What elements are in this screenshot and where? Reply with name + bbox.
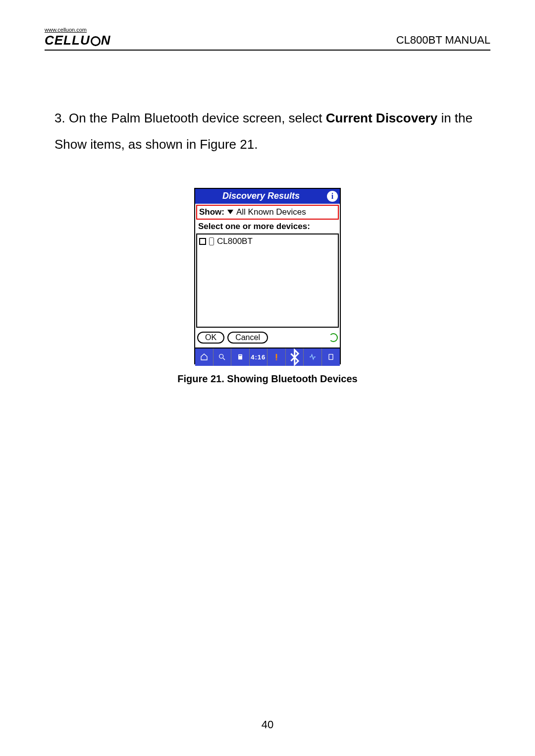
brand-url: www.celluon.com [45, 27, 110, 33]
cancel-button-label: Cancel [235, 333, 260, 342]
palm-button-row: OK Cancel [195, 328, 340, 348]
device-row[interactable]: CL800BT [199, 236, 336, 246]
palm-system-bar: 4:16 [195, 348, 340, 363]
instruction-text: 3. On the Palm Bluetooth device screen, … [54, 105, 481, 158]
svg-rect-5 [275, 359, 277, 360]
search-icon[interactable] [214, 349, 232, 366]
chevron-down-icon [227, 210, 233, 214]
bluetooth-icon[interactable] [286, 349, 304, 366]
instruction-bold: Current Discovery [326, 111, 437, 125]
palm-title-bar: Discovery Results i [195, 189, 340, 204]
show-value: All Known Devices [236, 207, 306, 217]
svg-rect-2 [238, 354, 242, 360]
ok-button[interactable]: OK [197, 332, 224, 344]
home-icon[interactable] [195, 349, 214, 366]
brand-ring-icon [91, 36, 101, 46]
svg-rect-6 [329, 354, 333, 360]
instruction-prefix: 3. On the Palm Bluetooth device screen, … [54, 111, 326, 125]
palm-title-text: Discovery Results [195, 191, 327, 201]
brand-logo: www.celluon.com CELLU N [45, 27, 110, 47]
system-time[interactable]: 4:16 [250, 349, 268, 366]
device-checkbox[interactable] [199, 238, 206, 245]
brand-text-right: N [101, 34, 111, 47]
svg-line-1 [223, 358, 225, 360]
cancel-button[interactable]: Cancel [227, 332, 268, 344]
svg-rect-4 [275, 354, 277, 358]
device-type-icon [209, 237, 214, 245]
select-devices-label: Select one or more devices: [195, 221, 340, 233]
ok-button-label: OK [205, 333, 216, 342]
page-number: 40 [0, 718, 535, 731]
device-name: CL800BT [217, 236, 253, 246]
refresh-icon[interactable] [329, 333, 338, 342]
page-header: www.celluon.com CELLU N CL800BT MANUAL [45, 27, 490, 51]
show-label: Show: [199, 207, 224, 217]
card-icon[interactable] [322, 349, 340, 366]
info-icon[interactable]: i [327, 191, 338, 202]
brand-text-left: CELLU [45, 34, 90, 47]
device-list[interactable]: CL800BT [196, 233, 339, 328]
brand-wordmark: CELLU N [45, 34, 110, 47]
activity-icon[interactable] [304, 349, 322, 366]
menu-icon[interactable] [231, 349, 250, 366]
alert-icon[interactable] [268, 349, 286, 366]
manual-title: CL800BT MANUAL [396, 34, 490, 47]
svg-rect-3 [239, 355, 241, 356]
show-dropdown[interactable]: Show: All Known Devices [196, 205, 339, 220]
svg-point-0 [219, 354, 223, 358]
palm-screenshot: Discovery Results i Show: All Known Devi… [194, 188, 341, 364]
figure-caption: Figure 21. Showing Bluetooth Devices [45, 373, 490, 385]
